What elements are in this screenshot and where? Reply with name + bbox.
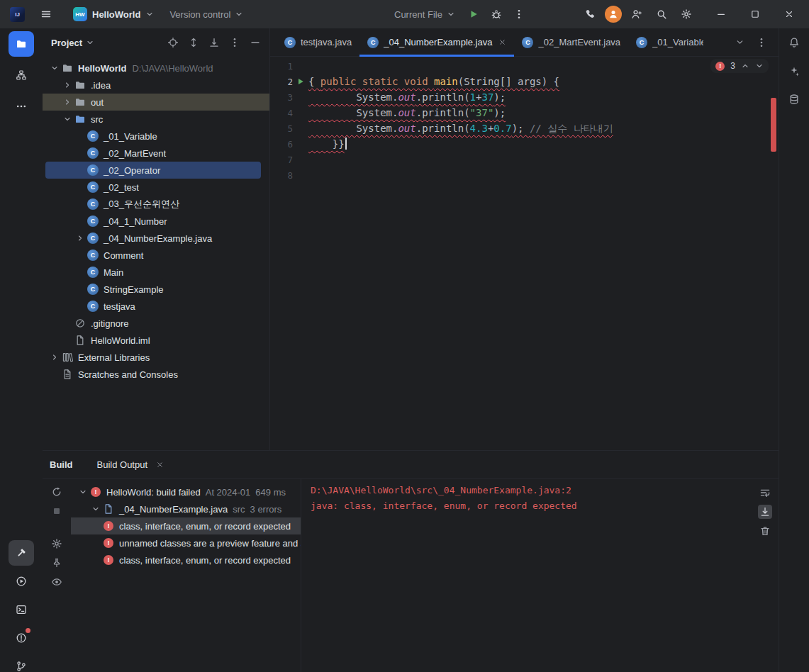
project-tool-button[interactable] — [9, 31, 34, 57]
soft-wrap-icon[interactable] — [758, 486, 772, 500]
editor-body[interactable]: 12{ public static void main(String[] arg… — [270, 57, 779, 449]
scroll-to-end-icon[interactable] — [758, 505, 772, 519]
close-button[interactable] — [779, 4, 799, 24]
previous-error-icon[interactable] — [741, 62, 749, 70]
chevron-right-icon[interactable] — [61, 81, 74, 89]
build-tree-row-4[interactable]: unnamed classes are a preview feature an… — [71, 534, 301, 551]
clear-output-icon[interactable] — [758, 524, 772, 538]
chevron-right-icon[interactable] — [48, 353, 61, 362]
more-run-actions-icon[interactable] — [509, 4, 529, 24]
project-widget[interactable]: HW HelloWorld — [69, 4, 158, 24]
console-file-link[interactable]: D:\JAVA\HelloWorld\src\_04_NumberExample… — [311, 483, 779, 498]
tab-close-icon[interactable] — [498, 38, 506, 46]
user-avatar[interactable] — [605, 6, 622, 23]
pin-tab-icon[interactable] — [51, 557, 62, 569]
tree-item-.idea[interactable]: .idea — [43, 77, 269, 94]
next-error-icon[interactable] — [755, 62, 764, 70]
version-control-tool-button[interactable] — [9, 654, 34, 672]
code-line-6[interactable]: 6 }} — [270, 136, 779, 152]
build-tree-row-2[interactable]: _04_NumberExample.javasrc3 errors — [71, 500, 301, 517]
maximize-button[interactable] — [745, 4, 765, 24]
tree-item-_04_1_Number[interactable]: _04_1_Number — [43, 213, 269, 230]
chevron-down-icon[interactable] — [89, 505, 102, 513]
vcs-widget[interactable]: Version control — [169, 9, 243, 20]
chevron-right-icon[interactable] — [74, 234, 87, 242]
debug-button[interactable] — [486, 4, 506, 24]
problems-tool-button[interactable] — [9, 625, 34, 651]
tree-item-out[interactable]: out — [43, 94, 269, 111]
run-tool-button[interactable] — [9, 569, 34, 594]
tab-list-icon[interactable] — [735, 38, 744, 47]
tree-item-Main[interactable]: Main — [43, 264, 269, 281]
terminal-tool-button[interactable] — [9, 597, 34, 622]
tree-item-Comment[interactable]: Comment — [43, 247, 269, 264]
code-line-8[interactable]: 8 — [270, 167, 779, 183]
code-line-3[interactable]: 3 System.out.println(1+37); — [270, 89, 779, 105]
chevron-down-icon[interactable] — [61, 115, 74, 123]
code-line-1[interactable]: 1 — [270, 58, 779, 74]
code-line-4[interactable]: 4 System.out.println("37"); — [270, 105, 779, 121]
chevron-right-icon[interactable] — [61, 98, 74, 106]
tree-item-_02_MartEvent[interactable]: _02_MartEvent — [43, 145, 269, 162]
run-config-selector[interactable]: Current File — [389, 6, 461, 23]
run-gutter-icon[interactable] — [293, 77, 308, 86]
tree-item-StringExample[interactable]: StringExample — [43, 281, 269, 298]
expand-all-icon[interactable] — [186, 35, 201, 50]
tab-_04_NumberExample.java[interactable]: _04_NumberExample.java — [359, 28, 514, 56]
build-tree-row-1[interactable]: HelloWorld: build failedAt 2024-01649 ms — [71, 483, 301, 500]
ai-assistant-icon[interactable] — [783, 60, 805, 82]
build-settings-icon[interactable] — [51, 538, 62, 549]
build-tool-button[interactable] — [9, 540, 34, 566]
tree-item-HelloWorld.iml[interactable]: HelloWorld.iml — [43, 332, 269, 349]
panel-options-icon[interactable] — [228, 35, 242, 50]
tree-item-_04_NumberExample.java[interactable]: _04_NumberExample.java — [43, 230, 269, 247]
minimize-button[interactable] — [711, 4, 731, 24]
project-panel-title[interactable]: Project — [51, 38, 82, 48]
tab-_02_MartEvent.java[interactable]: _02_MartEvent.java — [514, 28, 628, 56]
structure-tool-button[interactable] — [9, 62, 34, 88]
collapse-all-icon[interactable] — [207, 35, 221, 50]
main-menu-icon[interactable] — [36, 4, 56, 24]
more-tool-windows-button[interactable] — [9, 94, 34, 119]
tree-item-External-Libraries[interactable]: External Libraries — [43, 349, 269, 366]
tree-item-Scratches-and-Consoles[interactable]: Scratches and Consoles — [43, 366, 269, 383]
chevron-down-icon[interactable] — [48, 64, 61, 72]
select-opened-file-icon[interactable] — [166, 35, 180, 50]
tree-item-.gitignore[interactable]: .gitignore — [43, 315, 269, 332]
database-icon[interactable] — [783, 88, 805, 111]
invite-user-icon[interactable] — [627, 4, 647, 24]
rerun-build-icon[interactable] — [51, 486, 62, 498]
build-tree-row-3[interactable]: class, interface, enum, or record expect… — [71, 517, 301, 534]
chevron-down-icon[interactable] — [86, 38, 94, 47]
build-panel-title[interactable]: Build — [50, 459, 73, 470]
tab-_01_Variable[interactable]: _01_Variable — [628, 28, 711, 56]
code-with-me-icon[interactable] — [580, 4, 600, 24]
code-line-2[interactable]: 2{ public static void main(String[] args… — [270, 74, 779, 89]
chevron-down-icon[interactable] — [77, 488, 89, 496]
code-line-7[interactable]: 7 — [270, 152, 779, 167]
tree-item-src[interactable]: src — [43, 111, 269, 128]
tree-item-_03_-[interactable]: _03_우선순위연산 — [43, 196, 269, 213]
stop-build-icon[interactable] — [51, 505, 62, 517]
project-name: HelloWorld — [92, 9, 140, 20]
error-stripe[interactable] — [771, 98, 776, 152]
build-console[interactable]: D:\JAVA\HelloWorld\src\_04_NumberExample… — [301, 479, 779, 672]
settings-icon[interactable] — [676, 4, 696, 24]
run-button[interactable] — [464, 4, 484, 24]
build-tree-row-5[interactable]: class, interface, enum, or record expect… — [71, 551, 301, 569]
tab-close-icon[interactable] — [156, 461, 164, 469]
inspections-widget[interactable]: 3 — [710, 59, 769, 73]
tree-item-testjava[interactable]: testjava — [43, 298, 269, 315]
tab-testjava.java[interactable]: testjava.java — [277, 28, 359, 56]
code-line-5[interactable]: 5 System.out.println(4.3+0.7); // 실수 나타내… — [270, 121, 779, 136]
tab-options-icon[interactable] — [756, 37, 767, 48]
hide-panel-icon[interactable] — [248, 35, 262, 50]
view-options-icon[interactable] — [51, 576, 62, 588]
tab-build-output[interactable]: Build Output — [93, 451, 169, 478]
tree-item-_02_test[interactable]: _02_test — [43, 179, 269, 196]
search-icon[interactable] — [652, 4, 671, 24]
tree-item-_01_Variable[interactable]: _01_Variable — [43, 128, 269, 145]
tree-item-_02_Operator[interactable]: _02_Operator — [45, 162, 261, 179]
notifications-bell-icon[interactable] — [783, 31, 805, 54]
tree-item-HelloWorld[interactable]: HelloWorldD:\JAVA\HelloWorld — [43, 60, 269, 77]
